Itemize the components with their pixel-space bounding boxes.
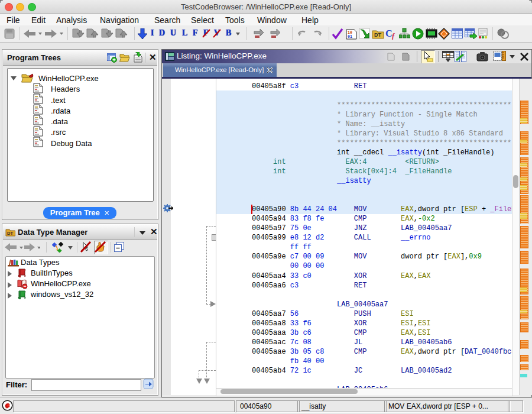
svg-text:C: C (385, 28, 392, 38)
svg-text:f: f (392, 32, 395, 40)
svg-text:DT: DT (7, 231, 13, 236)
svg-text:10: 10 (348, 31, 352, 35)
svg-text:DT: DT (374, 32, 381, 38)
svg-text:01: 01 (348, 35, 352, 39)
